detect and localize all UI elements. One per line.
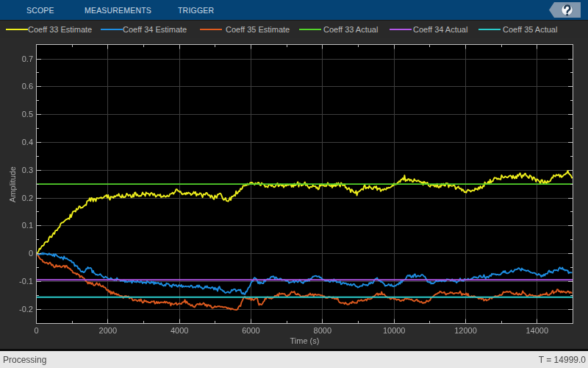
- svg-text:12000: 12000: [454, 326, 477, 335]
- svg-text:4000: 4000: [171, 326, 188, 335]
- svg-text:0.4: 0.4: [22, 138, 33, 146]
- svg-text:6000: 6000: [242, 326, 259, 335]
- svg-text:8000: 8000: [314, 326, 331, 335]
- svg-text:0: 0: [29, 249, 33, 258]
- svg-text:0.3: 0.3: [22, 166, 33, 174]
- svg-text:Amplitude: Amplitude: [8, 166, 17, 202]
- svg-text:0: 0: [34, 326, 38, 335]
- svg-text:0.2: 0.2: [22, 194, 33, 202]
- svg-text:0.1: 0.1: [22, 221, 33, 230]
- svg-text:0.5: 0.5: [22, 110, 33, 118]
- svg-text:0.7: 0.7: [22, 54, 33, 63]
- svg-text:2000: 2000: [99, 326, 117, 335]
- svg-text:10000: 10000: [383, 326, 406, 335]
- svg-text:Time (s): Time (s): [290, 336, 320, 345]
- svg-text:-0.2: -0.2: [19, 305, 33, 314]
- svg-text:-0.1: -0.1: [19, 277, 33, 286]
- svg-text:0.6: 0.6: [22, 82, 33, 91]
- svg-text:14000: 14000: [526, 326, 549, 335]
